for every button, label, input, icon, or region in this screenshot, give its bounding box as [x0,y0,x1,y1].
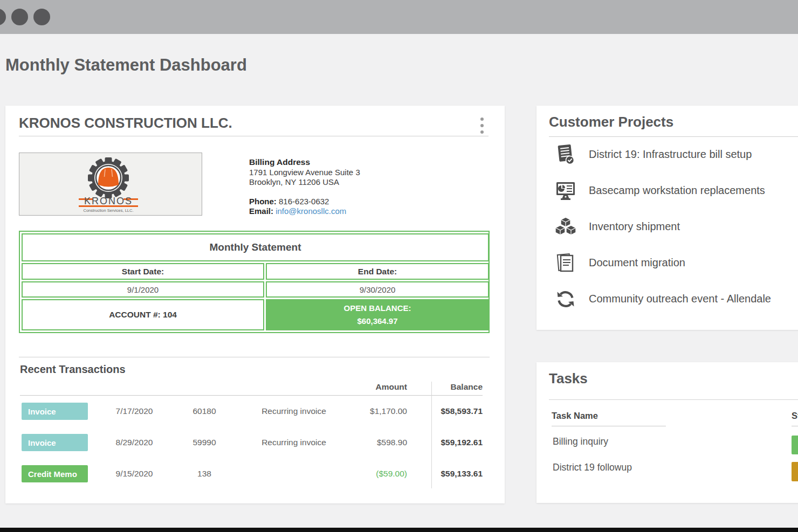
statement-table-title: Monthly Statement [22,233,489,261]
start-date-label: Start Date: [22,263,264,280]
transactions-table: Amount Balance Invoice 7/17/2020 60180 R… [20,378,483,492]
window-control-dot[interactable] [11,9,28,25]
transaction-amount: ($59.00) [357,469,407,479]
customer-projects-title: Customer Projects [549,114,673,130]
project-item[interactable]: Basecamp workstation replacements [536,172,798,209]
project-item[interactable]: Inventory shipment [536,209,798,245]
project-label: Basecamp workstation replacements [589,184,765,197]
kebab-menu-icon[interactable] [477,118,487,134]
tasks-card: Tasks Task Name Status Billing inquiry D… [536,362,798,503]
billing-email-line: Email: info@kronosllc.com [249,206,360,217]
transaction-type-badge: Invoice [22,434,88,451]
project-label: Document migration [589,257,685,269]
transaction-type-badge: Credit Memo [22,465,88,482]
transaction-number: 60180 [178,406,230,416]
open-balance-cell: OPEN BALANCE: $60,364.97 [266,299,489,330]
project-label: Community outreach event - Allendale [589,293,771,305]
project-label: District 19: Infrastructure bill setup [589,148,752,161]
transaction-memo: Recurring invoice [230,438,357,447]
transaction-amount: $1,170.00 [357,406,407,416]
open-balance-label: OPEN BALANCE: [343,302,411,315]
header-divider [549,399,798,400]
monthly-statement-table: Monthly Statement Start Date: End Date: … [19,231,490,333]
transaction-type-badge: Invoice [22,403,88,420]
project-item[interactable]: District 19: Infrastructure bill setup [536,136,798,172]
window-control-dot[interactable] [0,9,6,25]
column-underline [792,426,798,426]
task-status-badge [792,462,798,481]
phone-number: 816-623-0632 [279,197,329,206]
transaction-date: 9/15/2020 [90,469,178,479]
amount-column-header: Amount [357,382,407,392]
status-column-header: Status [792,411,798,421]
statement-card-title: KRONOS CONSTRUCTION LLC. [19,115,232,132]
billing-address-line2: Brooklyn, NY 11206 USA [249,177,360,188]
transaction-balance: $59,133.61 [407,469,483,479]
transaction-amount: $598.90 [357,438,407,447]
transaction-number: 59990 [178,438,230,447]
project-label: Inventory shipment [589,220,680,233]
column-divider [431,382,432,488]
sync-icon [554,288,577,310]
billing-heading: Billing Address [249,157,360,168]
account-number: ACCOUNT #: 104 [22,299,264,330]
end-date-label: End Date: [266,263,489,280]
task-row-name[interactable]: Billing inquiry [553,436,608,447]
open-balance-value: $60,364.97 [357,315,397,328]
task-name-column-header: Task Name [552,411,598,421]
section-divider [19,357,490,357]
document-check-icon [554,143,577,166]
transaction-date: 8/29/2020 [90,438,178,447]
window-control-dot[interactable] [33,9,50,25]
transactions-header-row: Amount Balance [20,378,483,396]
column-underline [552,426,666,426]
header-divider [19,136,489,136]
start-date-value: 9/1/2020 [22,281,264,298]
workstation-icon [554,180,577,202]
page-title: Monthly Statement Dashboard [5,56,247,75]
window-bottom-edge [0,528,798,532]
projects-list: District 19: Infrastructure bill setup [536,136,798,317]
recent-transactions-title: Recent Transactions [20,363,126,376]
inventory-boxes-icon [554,216,577,238]
tasks-title: Tasks [549,370,588,387]
company-logo: KRONOS Construction Services, LLC. [19,153,202,216]
project-item[interactable]: Community outreach event - Allendale [536,281,798,317]
transaction-balance: $59,192.61 [407,438,483,447]
transaction-date: 7/17/2020 [90,406,178,416]
logo-subtitle: Construction Services, LLC. [84,208,134,213]
transaction-balance: $58,593.71 [407,406,483,416]
billing-address-line1: 1791 Longview Avenue Suite 3 [249,168,360,178]
statement-card: KRONOS CONSTRUCTION LLC. [5,106,505,503]
transaction-row[interactable]: Invoice 8/29/2020 59990 Recurring invoic… [20,427,483,458]
transaction-memo: Recurring invoice [230,406,357,416]
task-row-name[interactable]: District 19 followup [553,462,632,473]
project-item[interactable]: Document migration [536,245,798,281]
transaction-number: 138 [178,469,230,479]
balance-column-header: Balance [407,382,483,392]
billing-phone-line: Phone: 816-623-0632 [249,197,360,207]
customer-projects-card: Customer Projects District 19: Infras [536,106,798,330]
task-status-badge [792,436,798,454]
end-date-value: 9/30/2020 [266,281,489,298]
window-titlebar [0,0,798,34]
logo-name: KRONOS [84,196,133,206]
email-link[interactable]: info@kronosllc.com [276,206,346,216]
transaction-row[interactable]: Invoice 7/17/2020 60180 Recurring invoic… [20,396,483,427]
transaction-row[interactable]: Credit Memo 9/15/2020 138 ($59.00) $59,1… [20,458,483,489]
window-controls [0,9,50,25]
billing-address-block: Billing Address 1791 Longview Avenue Sui… [249,157,360,217]
documents-icon [554,252,577,274]
